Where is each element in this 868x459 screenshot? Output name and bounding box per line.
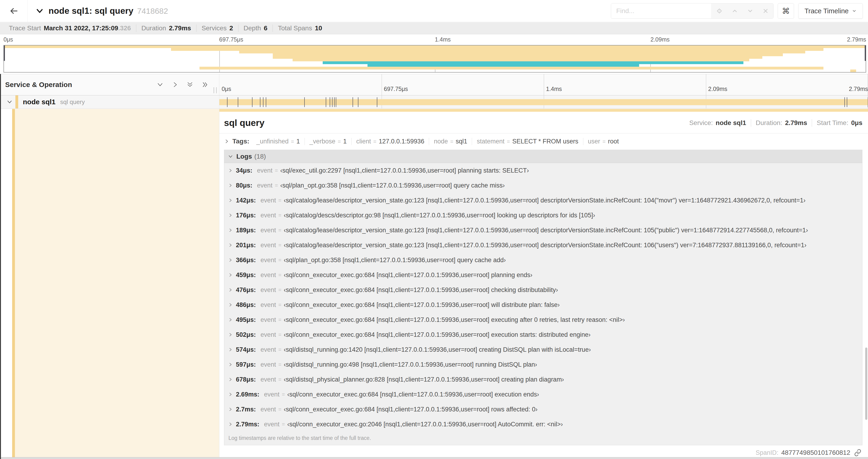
tags-expand-chevron-right-icon[interactable] bbox=[224, 139, 229, 144]
log-row[interactable]: 2.69ms event ‹sql/conn_executor_exec.go:… bbox=[224, 387, 862, 402]
trace-header: node sql1: sql query 7418682 bbox=[35, 6, 611, 16]
log-expand-chevron-right-icon bbox=[228, 228, 232, 233]
log-field-key: event bbox=[260, 301, 276, 308]
clear-find-button[interactable] bbox=[758, 3, 773, 19]
log-field-value: ‹sql/catalog/descs/descriptor.go:98 [nsq… bbox=[284, 212, 595, 219]
find-input[interactable] bbox=[611, 3, 711, 19]
log-field-key: event bbox=[264, 391, 280, 398]
timeline-tick-label: 0μs bbox=[222, 86, 231, 92]
log-timestamp: 486μs bbox=[236, 301, 256, 308]
next-match-button[interactable] bbox=[742, 3, 758, 19]
log-row[interactable]: 574μs event ‹sql/distsql_running.go:1420… bbox=[224, 342, 862, 357]
log-row[interactable]: 502μs event ‹sql/conn_executor_exec.go:6… bbox=[224, 327, 862, 342]
focus-match-button[interactable] bbox=[712, 3, 727, 19]
logs-header[interactable]: Logs (18) bbox=[224, 150, 862, 163]
log-row[interactable]: 80μs event ‹sql/plan_opt.go:358 [nsql1,c… bbox=[224, 178, 862, 193]
expand-one-chevron-right-icon[interactable] bbox=[172, 81, 179, 88]
detail-meta-item: Start Time: 0μs bbox=[812, 119, 862, 127]
tag-key: _verbose bbox=[309, 138, 335, 145]
tag-key: node bbox=[434, 138, 448, 145]
minimap-tick-label: 2.79ms bbox=[847, 36, 866, 43]
span-row-name-column[interactable]: node sql1 sql query bbox=[0, 95, 219, 108]
log-field-value: ‹sql/conn_executor_exec.go:2046 [nsql1,c… bbox=[287, 421, 563, 428]
span-row[interactable]: node sql1 sql query bbox=[0, 95, 868, 109]
log-row[interactable]: 678μs event ‹sql/distsql_physical_planne… bbox=[224, 372, 862, 387]
log-field-value: ‹sql/conn_executor_exec.go:684 [nsql1,cl… bbox=[284, 316, 625, 324]
vertical-scrollbar-thumb[interactable] bbox=[865, 348, 867, 420]
log-row[interactable]: 201μs event ‹sql/catalog/lease/descripto… bbox=[224, 238, 862, 253]
minimap-span-bar bbox=[850, 69, 856, 72]
prev-match-button[interactable] bbox=[727, 3, 742, 19]
command-icon: ⌘ bbox=[782, 6, 790, 15]
span-row-timeline[interactable] bbox=[219, 95, 868, 108]
stat-value: March 31 2022, 17:25:09 bbox=[43, 25, 118, 32]
log-expand-chevron-right-icon bbox=[228, 302, 232, 307]
tag-item: statement SELECT * FROM users bbox=[472, 138, 583, 145]
span-collapse-chevron-down-icon[interactable] bbox=[6, 99, 12, 105]
expand-all-double-chevron-right-icon[interactable] bbox=[202, 81, 208, 88]
log-expand-chevron-right-icon bbox=[228, 318, 232, 322]
log-timestamp: 495μs bbox=[236, 316, 256, 324]
log-row[interactable]: 2.79ms event ‹sql/conn_executor_exec.go:… bbox=[224, 417, 862, 432]
collapse-one-chevron-down-icon[interactable] bbox=[157, 81, 163, 88]
minimap-span-bar bbox=[4, 45, 866, 48]
minimap-canvas[interactable] bbox=[3, 45, 866, 72]
log-timestamp: 476μs bbox=[236, 286, 256, 294]
detail-title-row[interactable]: sql query Service: node sql1 Duration: 2… bbox=[219, 112, 868, 133]
stat-label: Trace Start bbox=[9, 25, 41, 32]
collapse-all-double-chevron-down-icon[interactable] bbox=[186, 81, 193, 88]
equals-separator bbox=[335, 138, 343, 145]
minimap-right-scrubber[interactable] bbox=[865, 45, 866, 61]
tag-value: 1 bbox=[343, 138, 347, 145]
trace-minimap: 0μs 697.75μs 1.4ms 2.09ms 2.79ms bbox=[0, 34, 868, 74]
collapse-controls bbox=[157, 81, 208, 88]
top-controls: ⌘ Trace Timeline bbox=[611, 3, 863, 19]
logs-count: (18) bbox=[254, 153, 266, 160]
view-selector-button[interactable]: Trace Timeline bbox=[798, 3, 863, 19]
copy-link-button[interactable] bbox=[854, 449, 862, 456]
log-row[interactable]: 486μs event ‹sql/conn_executor_exec.go:6… bbox=[224, 297, 862, 312]
tag-item: node sql1 bbox=[429, 138, 472, 145]
back-button[interactable] bbox=[0, 0, 28, 22]
chevron-down-icon bbox=[852, 9, 857, 13]
span-detail-area: sql query Service: node sql1 Duration: 2… bbox=[0, 109, 868, 459]
equals-separator bbox=[276, 212, 284, 219]
tags-label[interactable]: Tags: bbox=[232, 138, 249, 145]
equals-separator bbox=[448, 138, 456, 145]
log-field-key: event bbox=[260, 271, 276, 279]
span-color-stripe bbox=[16, 95, 18, 108]
keyboard-shortcuts-button[interactable]: ⌘ bbox=[778, 3, 794, 19]
span-id-row: SpanID: 4877749850101760812 bbox=[219, 445, 868, 456]
log-field-value: ‹sql/conn_executor_exec.go:684 [nsql1,cl… bbox=[284, 301, 560, 308]
log-row[interactable]: 2.7ms event ‹sql/conn_executor_exec.go:6… bbox=[224, 402, 862, 417]
span-id-label: SpanID: bbox=[756, 449, 779, 456]
span-operation-name: sql query bbox=[60, 98, 85, 106]
minimap-left-scrubber[interactable] bbox=[4, 45, 5, 61]
log-row[interactable]: 189μs event ‹sql/catalog/lease/descripto… bbox=[224, 223, 862, 238]
log-field-key: event bbox=[260, 212, 276, 219]
service-operation-header: Service & Operation bbox=[0, 74, 219, 95]
equals-separator bbox=[276, 302, 284, 308]
log-expand-chevron-right-icon bbox=[228, 243, 232, 248]
log-row[interactable]: 495μs event ‹sql/conn_executor_exec.go:6… bbox=[224, 312, 862, 327]
log-row[interactable]: 176μs event ‹sql/catalog/descs/descripto… bbox=[224, 208, 862, 223]
span-id-value: 4877749850101760812 bbox=[781, 449, 850, 456]
log-row[interactable]: 142μs event ‹sql/catalog/lease/descripto… bbox=[224, 193, 862, 208]
chevron-down-icon bbox=[747, 8, 753, 14]
span-detail-left-column bbox=[0, 109, 219, 459]
column-resize-grip[interactable] bbox=[214, 87, 217, 93]
log-row[interactable]: 366μs event ‹sql/plan_opt.go:358 [nsql1,… bbox=[224, 253, 862, 267]
span-duration-bar[interactable] bbox=[219, 99, 868, 105]
minimap-tick-label: 2.09ms bbox=[651, 36, 670, 43]
log-row[interactable]: 459μs event ‹sql/conn_executor_exec.go:6… bbox=[224, 267, 862, 283]
collapse-trace-chevron-down-icon[interactable] bbox=[35, 7, 44, 15]
tag-value: SELECT * FROM users bbox=[512, 138, 578, 145]
log-expand-chevron-right-icon bbox=[228, 258, 232, 262]
log-row[interactable]: 597μs event ‹sql/distsql_running.go:498 … bbox=[224, 357, 862, 372]
log-row[interactable]: 34μs event ‹sql/exec_util.go:2297 [nsql1… bbox=[224, 163, 862, 178]
log-expand-chevron-right-icon bbox=[228, 168, 232, 173]
meta-value: 2.79ms bbox=[785, 119, 807, 127]
span-log-tick bbox=[377, 97, 377, 107]
log-row[interactable]: 476μs event ‹sql/conn_executor_exec.go:6… bbox=[224, 283, 862, 297]
log-field-value: ‹sql/plan_opt.go:358 [nsql1,client=127.0… bbox=[280, 182, 505, 189]
